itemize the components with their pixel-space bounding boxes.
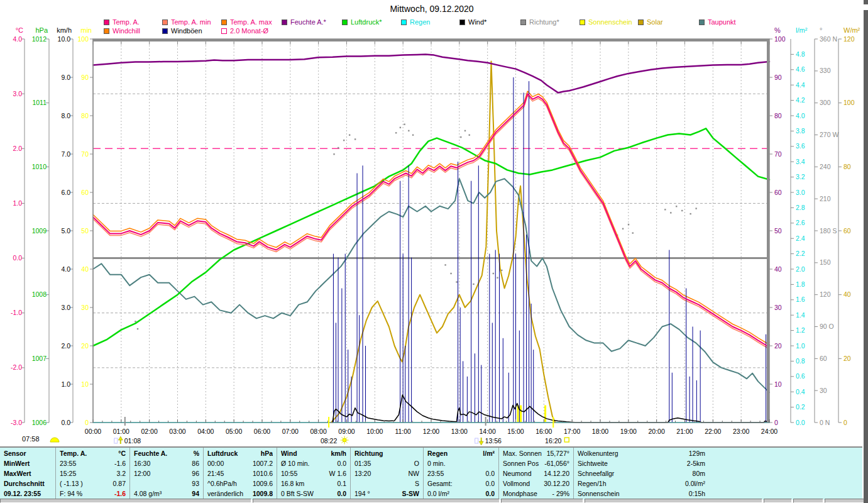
series-direction-dot: [628, 224, 629, 225]
series-direction-dot: [444, 264, 446, 265]
series-direction-dot: [497, 277, 498, 279]
legend-item: 2.0 Monat-Ø: [221, 27, 268, 35]
series-direction-dot: [622, 228, 624, 229]
series-direction-dot: [400, 127, 401, 128]
x-axis-hour-label: 13:00: [451, 428, 468, 435]
axis-unit-label: %: [774, 26, 781, 34]
table-row: Sonnen Pos-61,056°: [503, 458, 569, 468]
series-direction-dot: [333, 153, 334, 155]
series-temp_max-line: [93, 91, 769, 343]
axis-tick-label: 3.6: [796, 142, 805, 150]
scrollbar[interactable]: [864, 0, 868, 503]
legend-swatch-icon: [401, 19, 407, 25]
table-cell-label: MinWert: [4, 458, 30, 468]
axis-tick-label: 9.0: [61, 74, 70, 81]
series-direction-dot: [456, 281, 457, 282]
moonrise-arrow-icon: [118, 436, 123, 440]
series-direction-dot: [664, 209, 666, 210]
legend-item: Temp. A. max: [221, 18, 272, 26]
series-direction-dot: [338, 147, 339, 148]
axis-tick-label: 120: [843, 35, 855, 43]
axis-tick-label: 3.2: [796, 173, 805, 180]
table-cell-value: 0:15h: [689, 489, 705, 499]
table-cell-value: l/m²: [483, 448, 495, 458]
table-cell-value: 94: [192, 489, 199, 499]
axis-unit-label: km/h: [57, 26, 72, 34]
series-direction-dot: [395, 132, 397, 133]
legend-label: Sonnenschein: [588, 18, 632, 26]
table-cell-label: 16:30: [134, 458, 150, 468]
table-row: ^0.6hPa/h1009.6: [207, 478, 273, 489]
axis-tick-label: 1.6: [796, 296, 805, 303]
scrollbar-thumb[interactable]: [864, 4, 868, 10]
axis-tick-label: 2.0: [13, 145, 22, 152]
status-bar-segment: [764, 499, 792, 503]
series-direction-dot: [404, 124, 405, 125]
axis-tick-label: 60: [774, 189, 782, 196]
axis-tick-label: 4.0: [13, 35, 22, 43]
series-sunshine-bar: [520, 406, 522, 423]
axis-tick-label: 60: [820, 355, 827, 362]
table-row: LuftdruckhPa: [207, 448, 273, 458]
table-cell-label: 12:00: [134, 468, 150, 478]
table-row: Neumond14.12.20: [503, 468, 569, 478]
axis-tick-label: 0.8: [796, 357, 805, 365]
axis-tick-label: 0.4: [796, 388, 805, 395]
axis-tick-label: 10: [774, 380, 782, 388]
legend-swatch-icon: [699, 19, 705, 25]
table-cell-value: - 29%: [552, 489, 569, 499]
table-row: Richtung: [354, 448, 419, 458]
table-cell-value: 0.0: [337, 489, 346, 499]
x-axis-hour-label: 19:00: [620, 428, 637, 435]
legend-item: Windböen: [162, 27, 202, 35]
table-row: 01:35O: [354, 458, 419, 468]
table-cell-label: 0 Bft S-SW: [281, 489, 314, 499]
legend-label: Taupunkt: [708, 18, 736, 26]
table-cell-label: Wolkenunterg: [578, 448, 618, 458]
axis-tick-label: 3.0: [796, 189, 805, 196]
table-cell-value: O: [414, 458, 419, 468]
legend-swatch-icon: [580, 19, 585, 25]
dawn-time-label: 07:58: [22, 435, 40, 443]
table-row: 16.8 km0.1: [281, 478, 346, 489]
axis-tick-label: 80: [843, 163, 851, 170]
axis-tick-label: 30: [81, 304, 89, 311]
series-direction-dot: [493, 273, 494, 274]
axis-tick-label: 0.6: [796, 372, 805, 380]
axis-tick-label: 3.8: [796, 127, 805, 135]
table-cell-label: Temp. A.: [60, 448, 87, 458]
x-axis-hour-label: 09:00: [338, 428, 354, 435]
table-cell-label: Mondphase: [503, 489, 537, 499]
axis-tick-label: 1011: [32, 99, 47, 106]
table-cell-value: 0.87: [113, 478, 126, 489]
table-row: Ø 10 min.0.0: [281, 458, 346, 468]
axis-tick-label: 4.0: [61, 265, 70, 273]
x-axis-hour-label: 12:00: [423, 428, 439, 435]
table-row: 21:451010.6: [207, 468, 273, 478]
plot-frame-top: [93, 39, 769, 41]
table-cell-value: 0.0l/m²: [685, 478, 705, 489]
axis-tick-label: 210: [820, 195, 831, 202]
table-cell-label: ^0.6hPa/h: [207, 478, 237, 489]
axis-tick-label: 0: [843, 419, 847, 426]
axis-tick-label: 40: [774, 265, 782, 273]
table-row: Sonnenschein0:15h: [578, 489, 705, 499]
legend-label: Feuchte A.*: [290, 18, 326, 26]
table-row: 23:55-1.6: [60, 458, 126, 468]
table-cell-value: S: [415, 478, 419, 489]
axis-tick-label: 1009: [32, 227, 47, 235]
table-cell-label: Regen/1h: [578, 478, 607, 489]
table-cell-value: 0.0: [337, 458, 346, 468]
table-column: Wolkenunterg129mSichtweite2-5kmSchneefal…: [573, 448, 709, 500]
moonset-arrow-icon: [479, 441, 483, 445]
axis-tick-label: 150: [820, 258, 831, 266]
series-direction-dot: [137, 328, 138, 329]
table-column: Max. Sonnen15,727°Sonnen Pos-61,056°Neum…: [498, 448, 573, 500]
x-axis-hour-label: 22:00: [705, 428, 721, 435]
axis-tick-label: 3.4: [796, 158, 805, 165]
table-cell-value: 86: [192, 458, 199, 468]
page-title: Mittwoch, 09.12.2020: [0, 4, 864, 14]
legend-label: Temp. A. max: [230, 18, 272, 26]
series-direction-dot: [689, 213, 691, 214]
status-bar-segment: [825, 499, 868, 503]
